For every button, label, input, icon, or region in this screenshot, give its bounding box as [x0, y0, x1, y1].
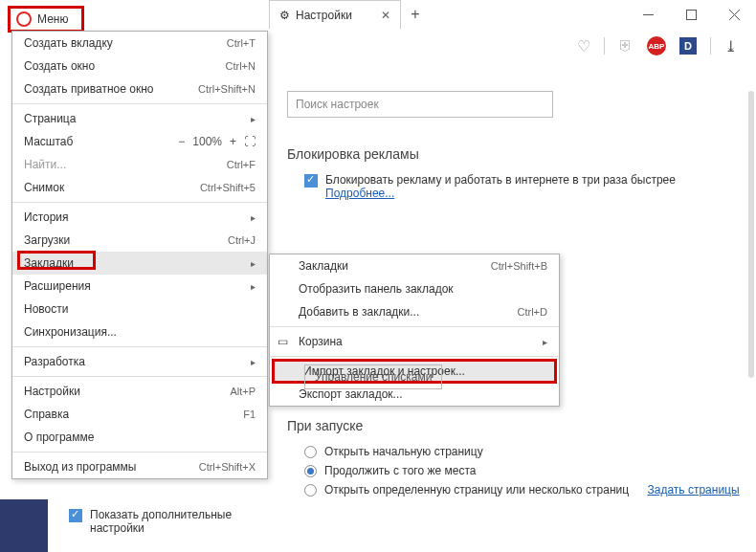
menu-help[interactable]: СправкаF1 — [12, 403, 267, 426]
tab-settings[interactable]: ⚙ Настройки ✕ — [269, 0, 401, 29]
zoom-out-button[interactable]: − — [178, 135, 185, 148]
shield-icon[interactable]: ⛨ — [618, 37, 634, 55]
close-button[interactable] — [713, 0, 756, 29]
adblock-more-link[interactable]: Подробнее... — [325, 187, 394, 200]
show-advanced-label: Показать дополнительные настройки — [90, 508, 245, 535]
menu-about[interactable]: О программе — [12, 426, 267, 449]
menu-new-tab[interactable]: Создать вкладкуCtrl+T — [12, 32, 267, 55]
menu-settings[interactable]: НастройкиAlt+P — [12, 380, 267, 403]
menu-downloads[interactable]: ЗагрузкиCtrl+J — [12, 229, 267, 252]
chevron-right-icon: ▸ — [251, 281, 256, 292]
menu-button[interactable]: Меню — [8, 6, 84, 33]
divider — [710, 37, 711, 55]
chevron-right-icon: ▸ — [251, 212, 256, 223]
svg-rect-1 — [687, 10, 697, 19]
chevron-right-icon: ▸ — [251, 258, 256, 269]
menu-history[interactable]: История▸ — [12, 206, 267, 229]
tab-title: Настройки — [296, 9, 352, 22]
menu-sync[interactable]: Синхронизация... — [12, 320, 267, 343]
menu-page[interactable]: Страница▸ — [12, 107, 267, 130]
chevron-right-icon: ▸ — [251, 114, 256, 124]
menu-news[interactable]: Новости — [12, 298, 267, 320]
menu-new-window[interactable]: Создать окноCtrl+N — [12, 55, 267, 77]
set-pages-link[interactable]: Задать страницы — [648, 483, 740, 497]
separator — [12, 376, 267, 377]
separator — [12, 452, 267, 453]
opera-icon — [16, 11, 32, 27]
menu-exit[interactable]: Выход из программыCtrl+Shift+X — [12, 455, 267, 478]
separator — [12, 202, 267, 203]
radio-start-page[interactable] — [304, 446, 317, 458]
minimize-button[interactable] — [627, 0, 670, 29]
divider — [604, 37, 605, 55]
show-advanced-checkbox[interactable] — [69, 509, 82, 522]
manage-lists-button[interactable]: Управление списками — [304, 364, 442, 389]
gear-icon: ⚙ — [279, 9, 290, 22]
section-startup-title: При запуске — [287, 418, 745, 433]
separator — [12, 346, 267, 347]
fullscreen-icon[interactable]: ⛶ — [244, 135, 256, 148]
menu-dev[interactable]: Разработка▸ — [12, 350, 267, 373]
abp-icon[interactable]: ABP — [647, 36, 666, 55]
new-tab-button[interactable]: + — [401, 6, 430, 23]
separator — [12, 103, 267, 104]
main-menu: Создать вкладкуCtrl+T Создать окноCtrl+N… — [11, 31, 268, 479]
maximize-button[interactable] — [670, 0, 713, 29]
menu-bookmarks[interactable]: Закладки▸ — [12, 252, 267, 275]
zoom-in-button[interactable]: + — [230, 135, 236, 148]
zoom-value: 100% — [192, 135, 222, 148]
d-extension-icon[interactable]: D — [679, 37, 697, 55]
scrollbar[interactable] — [748, 91, 754, 378]
radio-continue[interactable] — [304, 465, 317, 477]
adblock-checkbox[interactable] — [304, 174, 318, 188]
menu-extensions[interactable]: Расширения▸ — [12, 275, 267, 298]
heart-icon[interactable]: ♡ — [577, 37, 590, 55]
menu-zoom: Масштаб − 100% + ⛶ — [12, 130, 267, 153]
chevron-right-icon: ▸ — [251, 357, 256, 367]
section-adblock-title: Блокировка рекламы — [287, 146, 745, 162]
download-icon[interactable]: ⤓ — [724, 37, 737, 55]
menu-new-private[interactable]: Создать приватное окноCtrl+Shift+N — [12, 77, 267, 100]
search-input[interactable]: Поиск настроек — [287, 91, 553, 118]
menu-find[interactable]: Найти...Ctrl+F — [12, 153, 267, 176]
menu-snapshot[interactable]: СнимокCtrl+Shift+5 — [12, 176, 267, 199]
close-icon[interactable]: ✕ — [381, 9, 390, 22]
menu-button-label: Меню — [37, 12, 68, 26]
radio-specific-pages[interactable] — [304, 484, 317, 497]
sidebar-bottom — [0, 499, 48, 552]
adblock-label: Блокировать рекламу и работать в интерне… — [325, 173, 676, 187]
